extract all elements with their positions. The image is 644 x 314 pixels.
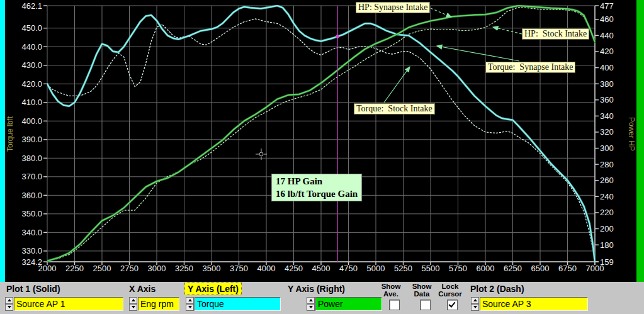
svg-text:6000: 6000 <box>477 264 495 273</box>
svg-text:340: 340 <box>600 111 614 121</box>
spinner-up-icon[interactable] <box>186 297 194 304</box>
svg-text:220: 220 <box>600 208 614 217</box>
spinner-down-icon[interactable] <box>186 304 194 311</box>
data-cursor-line[interactable] <box>336 6 339 262</box>
gain-line-hp: 17 HP Gain <box>276 175 358 188</box>
svg-text:330.0: 330.0 <box>21 246 42 255</box>
svg-text:3500: 3500 <box>203 264 221 273</box>
svg-text:440: 440 <box>600 31 614 40</box>
svg-text:360.0: 360.0 <box>21 191 42 200</box>
gain-line-torque: 16 lb/ft Torque Gain <box>276 188 358 200</box>
plot1-source-field[interactable]: Source AP 1 <box>14 297 123 311</box>
svg-text:350.0: 350.0 <box>21 209 42 218</box>
svg-text:5250: 5250 <box>394 264 412 273</box>
spinner-down-icon[interactable] <box>307 304 315 311</box>
chart-callout-label: HP: Synapse Intake <box>356 2 430 13</box>
svg-text:2500: 2500 <box>93 264 111 273</box>
x-axis-spinner[interactable] <box>129 297 137 311</box>
plot1-label: Plot 1 (Solid) <box>6 284 60 294</box>
svg-text:6250: 6250 <box>504 264 522 273</box>
y-right-spinner[interactable] <box>307 297 315 311</box>
svg-text:240: 240 <box>600 192 614 201</box>
svg-text:320: 320 <box>600 127 614 137</box>
plot2-source-field[interactable]: Source AP 3 <box>480 297 588 311</box>
svg-text:430.0: 430.0 <box>21 60 42 70</box>
svg-text:2000: 2000 <box>38 264 57 273</box>
spinner-up-icon[interactable] <box>129 297 137 304</box>
svg-text:360: 360 <box>600 95 614 104</box>
svg-text:4750: 4750 <box>339 264 358 273</box>
svg-text:477: 477 <box>600 1 614 11</box>
svg-text:380.0: 380.0 <box>21 154 42 163</box>
control-bar: Plot 1 (Solid) X Axis Y Axis (Left) Y Ax… <box>0 282 644 314</box>
plot1-spinner[interactable] <box>5 297 13 311</box>
dyno-app-window: 462.1450.0440.0430.0420.0410.0400.0390.0… <box>0 0 644 314</box>
lock-cursor-label: Lock Cursor <box>435 283 465 298</box>
dyno-chart: 462.1450.0440.0430.0420.0410.0400.0390.0… <box>0 0 644 282</box>
svg-text:460: 460 <box>600 14 614 24</box>
svg-text:7000: 7000 <box>586 264 604 273</box>
svg-text:390.0: 390.0 <box>21 135 42 144</box>
svg-text:340.0: 340.0 <box>21 228 42 237</box>
spinner-down-icon[interactable] <box>5 304 13 311</box>
svg-text:3250: 3250 <box>175 264 193 273</box>
svg-text:280: 280 <box>600 160 614 169</box>
svg-text:440.0: 440.0 <box>21 42 42 52</box>
svg-text:420: 420 <box>600 47 614 56</box>
show-data-checkbox[interactable] <box>420 300 431 310</box>
spinner-down-icon[interactable] <box>471 304 479 311</box>
svg-text:420.0: 420.0 <box>21 79 42 89</box>
svg-text:5750: 5750 <box>449 264 467 273</box>
svg-text:180: 180 <box>600 240 614 250</box>
svg-text:200: 200 <box>600 224 614 233</box>
y-right-field[interactable]: Power <box>315 297 382 311</box>
svg-text:370.0: 370.0 <box>21 172 42 181</box>
svg-text:6500: 6500 <box>531 264 550 273</box>
y-left-field[interactable]: Torque <box>195 297 281 311</box>
spinner-up-icon[interactable] <box>5 297 13 304</box>
y-axis-right-label: Y Axis (Right) <box>288 284 345 294</box>
y-right-axis-title: Power HP <box>627 117 636 151</box>
y-left-spinner[interactable] <box>186 297 194 311</box>
svg-text:4500: 4500 <box>312 264 330 273</box>
y-axis-left-label: Y Axis (Left) <box>184 283 242 295</box>
y-left-axis-title: Torque lbft <box>6 116 14 152</box>
x-axis-label: X Axis <box>129 284 155 294</box>
svg-text:6750: 6750 <box>558 264 577 273</box>
svg-text:2750: 2750 <box>120 264 138 273</box>
show-data-label: Show Data <box>409 283 435 298</box>
spinner-down-icon[interactable] <box>129 304 137 311</box>
svg-text:400.0: 400.0 <box>21 116 42 126</box>
svg-text:410.0: 410.0 <box>21 98 42 107</box>
svg-text:5000: 5000 <box>367 264 385 273</box>
spinner-up-icon[interactable] <box>471 297 479 304</box>
svg-text:300: 300 <box>600 143 614 153</box>
chart-callout-label: HP: Stock Intake <box>522 28 589 40</box>
plot2-spinner[interactable] <box>471 297 479 311</box>
svg-text:380: 380 <box>600 79 614 89</box>
chart-callout-label: Torque: Stock Intake <box>354 103 435 115</box>
svg-text:462.1: 462.1 <box>21 1 42 11</box>
svg-text:2250: 2250 <box>65 264 84 273</box>
show-ave-checkbox[interactable] <box>389 300 400 310</box>
show-ave-label: Show Ave. <box>378 283 404 298</box>
plot-canvas: 462.1450.0440.0430.0420.0410.0400.0390.0… <box>0 0 644 282</box>
gridlines <box>47 6 595 262</box>
chart-callout-label: Torque: Synapse Intake <box>485 62 575 73</box>
plot2-label: Plot 2 (Dash) <box>470 284 524 294</box>
gain-annotation: 17 HP Gain 16 lb/ft Torque Gain <box>271 174 362 201</box>
lock-cursor-checkbox[interactable] <box>447 300 458 310</box>
svg-text:450.0: 450.0 <box>21 23 42 33</box>
svg-text:5500: 5500 <box>422 264 440 273</box>
svg-text:3750: 3750 <box>230 264 248 273</box>
svg-text:400: 400 <box>600 63 614 72</box>
svg-text:260: 260 <box>600 176 614 185</box>
x-axis-field[interactable]: Eng rpm <box>138 297 179 311</box>
svg-text:3000: 3000 <box>148 264 166 273</box>
svg-text:4250: 4250 <box>285 264 303 273</box>
callout-arrows <box>384 8 522 103</box>
svg-text:4000: 4000 <box>257 264 276 273</box>
spinner-up-icon[interactable] <box>307 297 315 304</box>
